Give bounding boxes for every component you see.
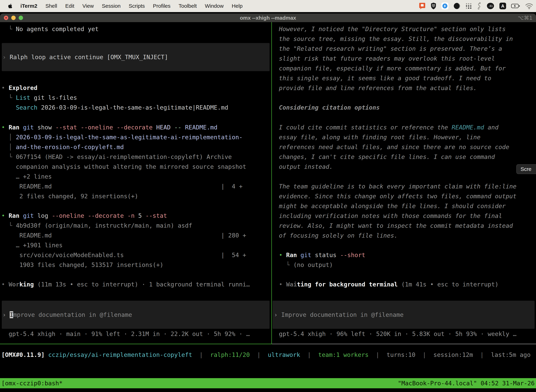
moon-icon[interactable] bbox=[453, 2, 460, 9]
shield-grid-icon[interactable] bbox=[431, 2, 436, 9]
terminal-line: • Working (11m 13s • esc to interrupt) ·… bbox=[1, 280, 271, 289]
terminal-line: › Improve documentation in @filename bbox=[2, 310, 270, 320]
terminal-line: └ (no output) bbox=[279, 260, 536, 270]
menu-items: iTerm2ShellEditViewSessionScriptsProfile… bbox=[0, 3, 243, 9]
working-status: • Working (11m 13s • esc to interrupt) ·… bbox=[0, 280, 271, 289]
title-bar[interactable]: omx --xhigh --madmax ⌥⌘1 bbox=[0, 14, 536, 22]
terminal-line: slight risk that future readers may over… bbox=[279, 54, 536, 63]
terminal-line: └ List git ls-files bbox=[1, 93, 271, 103]
model-status: gpt-5.4 xhigh · main · 91% left · 2.31M … bbox=[0, 329, 271, 339]
svg-text:A: A bbox=[501, 4, 504, 9]
terminal-line: • Explored bbox=[1, 83, 271, 93]
terminal-line: companion analysis without altering the … bbox=[1, 162, 271, 172]
terminal-line: … +2 lines bbox=[1, 172, 271, 182]
terminal-line: 2 files changed, 92 insertions(+) bbox=[1, 191, 271, 201]
terminal-line: However, I noticed the "Directory Struct… bbox=[279, 24, 536, 34]
terminal-line: gpt-5.4 xhigh · 96% left · 520K in · 5.8… bbox=[279, 329, 536, 339]
terminal-line: changes, I can't cite specific file line… bbox=[279, 152, 536, 162]
prompt-input[interactable]: › Improve documentation in @filename bbox=[2, 301, 270, 329]
terminal-line: this single essay, it seems like a good … bbox=[279, 73, 536, 83]
menu-item-edit[interactable]: Edit bbox=[65, 3, 74, 9]
terminal-line: provide file and line references from th… bbox=[279, 83, 536, 93]
terminal-line: README.md | 280 + bbox=[1, 230, 271, 240]
terminal-line: I could cite commit statistics or refere… bbox=[279, 122, 536, 132]
terminal-line: The team guideline is to back every impo… bbox=[279, 182, 536, 191]
terminal-line: └ 067f154 (HEAD -> essay/ai-reimplementa… bbox=[1, 152, 271, 162]
close-button[interactable] bbox=[4, 16, 8, 20]
menu-item-view[interactable]: View bbox=[82, 3, 94, 9]
terminal-line: • Ran git status --short bbox=[279, 250, 536, 260]
git-show-group: • Ran git show --stat --oneline --decora… bbox=[0, 122, 271, 201]
window-title: omx --xhigh --madmax bbox=[0, 15, 536, 21]
zoom-button[interactable] bbox=[19, 16, 23, 20]
git-log-group: • Ran git log --oneline --decorate -n 5 … bbox=[0, 211, 271, 270]
terminal-line: README.md | 4 + bbox=[1, 182, 271, 191]
tmux-host-time: "MacBook-Pro-44.local" 04:52 31-Mar-26 bbox=[398, 380, 535, 387]
screenshot-app-icon[interactable] bbox=[419, 2, 426, 9]
menu-item-scripts[interactable]: Scripts bbox=[129, 3, 145, 9]
terminal-line: › Ralph loop active continue [OMX_TMUX_I… bbox=[2, 52, 270, 62]
terminal-line: … +1901 lines bbox=[1, 240, 271, 250]
terminal: └ No agents completed yet› Ralph loop ac… bbox=[0, 22, 536, 392]
terminal-line: evidence. Since this change only affects… bbox=[279, 191, 536, 201]
menu-item-shell[interactable]: Shell bbox=[45, 3, 57, 9]
terminal-line: Search 2026-03-09-is-legal-the-same-as-l… bbox=[1, 103, 271, 112]
terminal-line: │ and-the-erosion-of-copyleft.md bbox=[1, 142, 271, 152]
terminal-line: • Ran git show --stat --oneline --decora… bbox=[1, 122, 271, 132]
terminal-line: might be acceptable alongside the file l… bbox=[279, 201, 536, 211]
menu-item-session[interactable]: Session bbox=[102, 3, 121, 9]
model-status: gpt-5.4 xhigh · 96% left · 520K in · 5.8… bbox=[272, 329, 536, 339]
menu-item-profiles[interactable]: Profiles bbox=[153, 3, 170, 9]
terminal-line: companion file, especially if more comme… bbox=[279, 63, 536, 73]
terminal-line: › Improve documentation in @filename bbox=[273, 310, 535, 320]
ralph-loop-banner: › Ralph loop active continue [OMX_TMUX_I… bbox=[2, 43, 270, 71]
iterm-window: omx --xhigh --madmax ⌥⌘1 └ No agents com… bbox=[0, 14, 536, 392]
right-pane-border bbox=[272, 344, 536, 344]
terminal-line: │ 2026-03-09-is-legal-the-same-as-legiti… bbox=[1, 132, 271, 142]
left-pane: └ No agents completed yet› Ralph loop ac… bbox=[0, 22, 271, 344]
terminal-line: • Ran git log --oneline --decorate -n 5 … bbox=[1, 211, 271, 221]
tmux-session-label: [omx-cczip0:bash* bbox=[1, 380, 62, 387]
terminal-line: • Waiting for background terminal (1m 41… bbox=[279, 280, 536, 289]
citation-heading: Considering citation options bbox=[272, 103, 536, 112]
tmux-status-bar: [omx-cczip0:bash* "MacBook-Pro-44.local"… bbox=[0, 378, 536, 388]
no-agents-line: └ No agents completed yet bbox=[0, 24, 271, 34]
prompt-input[interactable]: › Improve documentation in @filename bbox=[273, 301, 535, 329]
omx-status-line: [OMX#0.11.9] cczip/essay/ai-reimplementa… bbox=[0, 350, 536, 360]
menu-item-help[interactable]: Help bbox=[232, 3, 243, 9]
battery-icon[interactable] bbox=[511, 2, 520, 9]
terminal-line: the source tree, missing the essay. Stil… bbox=[279, 34, 536, 44]
guideline-paragraph: The team guideline is to back every impo… bbox=[272, 182, 536, 240]
screen-button[interactable]: Scre bbox=[516, 164, 536, 174]
waiting-status: • Waiting for background terminal (1m 41… bbox=[272, 280, 536, 289]
terminal-line: the "Related research writing" section i… bbox=[279, 44, 536, 54]
battery-percent-badge[interactable]: ..61 bbox=[486, 2, 494, 9]
terminal-line: src/voice/voiceModeEnabled.ts | 54 + bbox=[1, 250, 271, 260]
terminal-line: Considering citation options bbox=[279, 103, 536, 112]
wifi-icon[interactable] bbox=[525, 3, 533, 9]
terminal-line: └ No agents completed yet bbox=[1, 24, 271, 34]
git-status-group: • Ran git status --short └ (no output) bbox=[272, 250, 536, 270]
apple-icon[interactable] bbox=[8, 3, 12, 9]
menu-bar: iTerm2ShellEditViewSessionScriptsProfile… bbox=[0, 0, 536, 12]
dots-grid-icon[interactable] bbox=[465, 3, 472, 9]
terminal-line: review. Also, I might want to inspect th… bbox=[279, 221, 536, 231]
left-pane-border bbox=[0, 344, 271, 344]
menu-status-icons: ..61A bbox=[419, 2, 536, 10]
squiggle-icon[interactable] bbox=[477, 2, 482, 10]
terminal-line: output instead. bbox=[279, 162, 536, 172]
right-pane: However, I noticed the "Directory Struct… bbox=[272, 22, 536, 344]
explored-group: • Explored └ List git ls-files Search 20… bbox=[0, 83, 271, 112]
traffic-lights bbox=[4, 14, 23, 22]
terminal-line: 1903 files changed, 513517 insertions(+) bbox=[1, 260, 271, 270]
menu-item-window[interactable]: Window bbox=[205, 3, 224, 9]
terminal-line: └ 4b9d30f (origin/main, instructkr/main,… bbox=[1, 221, 271, 230]
terminal-line: including verification notes with those … bbox=[279, 211, 536, 221]
letter-a-icon[interactable]: A bbox=[499, 3, 506, 9]
terminal-line: of focusing solely on file lines. bbox=[279, 231, 536, 240]
terminal-line: essay file, along with finding root file… bbox=[279, 132, 536, 142]
menu-item-toolbelt[interactable]: Toolbelt bbox=[179, 3, 197, 9]
minimize-button[interactable] bbox=[11, 16, 16, 20]
menu-item-iterm2[interactable]: iTerm2 bbox=[20, 3, 37, 9]
blue-bolt-icon[interactable] bbox=[441, 2, 448, 9]
